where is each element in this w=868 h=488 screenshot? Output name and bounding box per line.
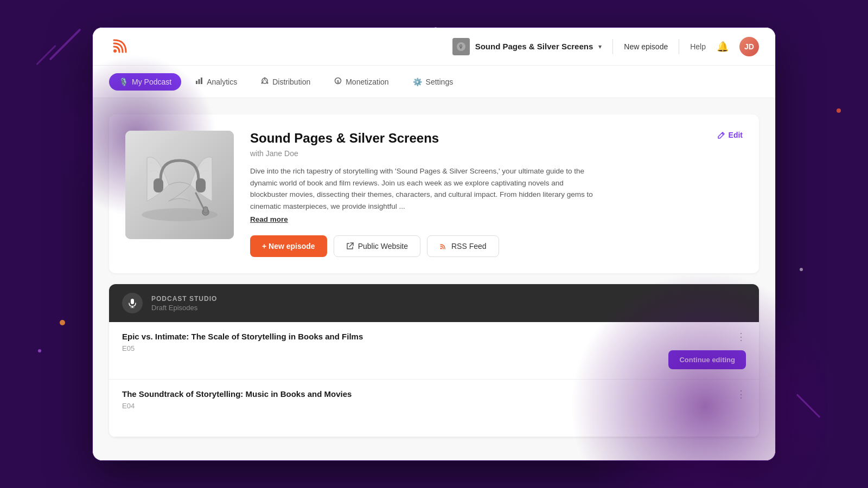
app-window: 🎙 Sound Pages & Silver Screens ▾ New epi… — [92, 27, 776, 461]
svg-line-23 — [349, 243, 353, 247]
external-link-icon — [346, 242, 354, 250]
episode-more-icon[interactable]: ⋮ — [736, 389, 746, 399]
edit-label: Edit — [729, 131, 743, 139]
svg-rect-19 — [196, 178, 206, 192]
analytics-tab-icon — [195, 77, 203, 86]
podcast-details: Sound Pages & Silver Screens Edit with J… — [250, 131, 743, 257]
tab-distribution[interactable]: Distribution — [251, 73, 320, 91]
episode-item: The Soundtrack of Storytelling: Music in… — [109, 380, 759, 437]
header-right: 🎙 Sound Pages & Silver Screens ▾ New epi… — [452, 37, 759, 56]
svg-point-9 — [264, 78, 266, 79]
episode-info: The Soundtrack of Storytelling: Music in… — [122, 389, 352, 410]
episode-item: Epic vs. Intimate: The Scale of Storytel… — [109, 322, 759, 380]
studio-subtitle: Draft Episodes — [151, 304, 217, 312]
tab-monetization[interactable]: $ Monetization — [324, 73, 398, 91]
header: 🎙 Sound Pages & Silver Screens ▾ New epi… — [93, 28, 775, 66]
podcast-info-card: Sound Pages & Silver Screens Edit with J… — [109, 114, 759, 273]
svg-text:🎙: 🎙 — [458, 44, 464, 50]
new-episode-button[interactable]: + New episode — [250, 235, 327, 257]
episode-more-icon[interactable]: ⋮ — [736, 332, 746, 342]
tab-distribution-label: Distribution — [272, 78, 310, 86]
notification-bell-icon[interactable]: 🔔 — [717, 41, 729, 53]
studio-header: PODCAST STUDIO Draft Episodes — [109, 284, 759, 322]
podcast-description: Dive into the rich tapestry of storytell… — [250, 165, 597, 212]
header-divider-2 — [679, 39, 679, 54]
svg-point-24 — [441, 248, 442, 249]
tab-settings[interactable]: ⚙️ Settings — [403, 73, 463, 91]
header-divider — [612, 39, 613, 54]
episode-number: E04 — [122, 402, 352, 410]
episode-number: E05 — [122, 344, 363, 352]
episode-title: Epic vs. Intimate: The Scale of Storytel… — [122, 332, 363, 341]
public-website-label: Public Website — [358, 242, 408, 251]
svg-rect-6 — [199, 79, 200, 84]
podcast-author: with Jane Doe — [250, 149, 743, 158]
podcast-selector-name: Sound Pages & Silver Screens — [475, 42, 593, 51]
rss-feed-button[interactable]: RSS Feed — [427, 235, 499, 257]
episode-right: ⋮ Continue editing — [668, 389, 746, 427]
settings-tab-icon: ⚙️ — [413, 78, 422, 86]
episode-info: Epic vs. Intimate: The Scale of Storytel… — [122, 332, 363, 352]
distribution-tab-icon — [261, 77, 269, 86]
help-button[interactable]: Help — [690, 42, 706, 51]
rss-feed-icon — [439, 242, 447, 250]
mic-tab-icon: 🎙️ — [119, 78, 128, 86]
studio-title: PODCAST STUDIO — [151, 295, 217, 303]
public-website-button[interactable]: Public Website — [334, 235, 420, 257]
tab-analytics-label: Analytics — [207, 78, 237, 86]
tab-my-podcast-label: My Podcast — [132, 78, 171, 86]
continue-editing-button[interactable]: Continue editing — [668, 350, 746, 369]
main-content: Sound Pages & Silver Screens Edit with J… — [93, 98, 775, 460]
podcast-actions: + New episode Public Website — [250, 235, 743, 257]
svg-text:$: $ — [337, 79, 340, 84]
svg-point-1 — [113, 49, 117, 53]
edit-icon — [718, 131, 725, 139]
user-avatar[interactable]: JD — [739, 37, 759, 56]
episode-title: The Soundtrack of Storytelling: Music in… — [122, 389, 352, 399]
nav-tabs: 🎙️ My Podcast Analytics — [93, 66, 775, 98]
tab-settings-label: Settings — [426, 78, 454, 86]
studio-section: PODCAST STUDIO Draft Episodes Epic vs. I… — [109, 284, 759, 437]
svg-rect-25 — [131, 299, 134, 304]
studio-mic-icon — [122, 293, 143, 313]
rss-logo-icon — [109, 36, 130, 57]
tab-monetization-label: Monetization — [346, 78, 388, 86]
tab-my-podcast[interactable]: 🎙️ My Podcast — [109, 73, 181, 91]
podcast-selector[interactable]: 🎙 Sound Pages & Silver Screens ▾ — [452, 38, 602, 55]
svg-rect-0 — [110, 37, 129, 56]
monetization-tab-icon: $ — [334, 77, 342, 86]
podcast-artwork — [125, 131, 234, 239]
studio-text: PODCAST STUDIO Draft Episodes — [151, 295, 217, 312]
tab-analytics[interactable]: Analytics — [186, 73, 247, 91]
svg-rect-7 — [201, 78, 202, 84]
new-episode-header-button[interactable]: New episode — [624, 42, 668, 51]
svg-rect-5 — [196, 81, 197, 84]
podcast-thumbnail: 🎙 — [452, 38, 470, 55]
podcast-title: Sound Pages & Silver Screens — [250, 131, 439, 146]
episode-right: ⋮ Continue editing — [668, 332, 746, 369]
rss-feed-label: RSS Feed — [451, 242, 487, 251]
chevron-down-icon: ▾ — [598, 43, 602, 50]
podcast-title-row: Sound Pages & Silver Screens Edit — [250, 131, 743, 146]
svg-rect-18 — [154, 178, 163, 192]
logo-area — [109, 36, 130, 57]
read-more-link[interactable]: Read more — [250, 215, 743, 223]
edit-button[interactable]: Edit — [718, 131, 743, 139]
svg-rect-22 — [203, 207, 208, 213]
svg-line-13 — [265, 79, 267, 83]
svg-line-12 — [263, 79, 265, 83]
